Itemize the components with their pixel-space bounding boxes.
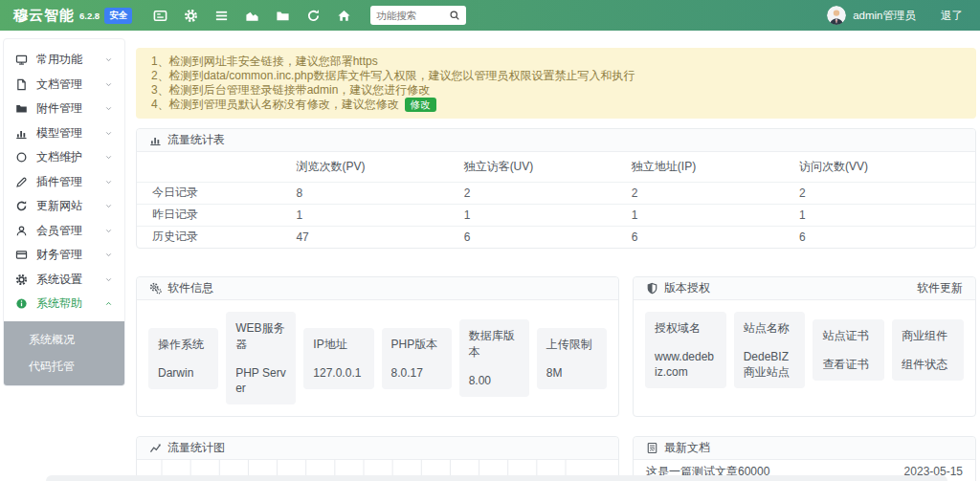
- chevron-up-icon: [104, 299, 113, 308]
- chart-line-icon: [149, 442, 162, 454]
- sidebar-item-system-help[interactable]: 系统帮助: [4, 292, 124, 317]
- software-info-panel: 软件信息 操作系统 Darwin WEB服务器 PHP Server IP地址 …: [136, 276, 619, 417]
- chevron-down-icon: [104, 55, 113, 64]
- menu-icon[interactable]: [214, 9, 229, 23]
- sidebar-item-document-maintenance[interactable]: 文档维护: [4, 145, 124, 170]
- sidebar-item-member-management[interactable]: 会员管理: [4, 219, 124, 244]
- footer-strip: [46, 475, 947, 481]
- notice-line: 3、检测到后台管理登录链接带admin，建议您进行修改: [151, 83, 961, 98]
- chevron-down-icon: [104, 202, 113, 210]
- logout-link[interactable]: 退了: [941, 9, 963, 23]
- view-cert-link[interactable]: 查看证书: [822, 357, 875, 372]
- sidebar-item-system-settings[interactable]: 系统设置: [4, 268, 124, 293]
- info-row: 软件信息 操作系统 Darwin WEB服务器 PHP Server IP地址 …: [136, 267, 976, 417]
- sidebar-item-document-management[interactable]: 文档管理: [4, 73, 124, 98]
- info-card-upload-limit: 上传限制 8M: [537, 328, 607, 389]
- modules-icon[interactable]: [153, 9, 167, 23]
- function-search: [370, 6, 466, 25]
- license-card-site-name: 站点名称 DedeBIZ商业站点: [734, 312, 806, 388]
- file-icon: [15, 78, 28, 91]
- search-input[interactable]: [376, 10, 449, 21]
- row-label: 昨日记录: [137, 204, 296, 226]
- cell-value: 2: [799, 182, 975, 204]
- main-content: 1、检测到网址非安全链接，建议您部署https 2、检测到data/common…: [136, 38, 976, 481]
- chart-area-icon[interactable]: [245, 9, 259, 23]
- card-value: 8M: [546, 365, 597, 381]
- software-update-link[interactable]: 软件更新: [917, 280, 963, 296]
- card-label: 站点证书: [822, 328, 875, 344]
- info-card-web-server: WEB服务器 PHP Server: [226, 312, 296, 404]
- sidebar-item-update-site[interactable]: 更新网站: [4, 194, 124, 219]
- credit-card-icon: [15, 249, 28, 261]
- chevron-down-icon: [104, 251, 113, 259]
- sidebar-item-label: 更新网站: [36, 198, 104, 214]
- home-icon[interactable]: [337, 9, 351, 23]
- card-label: WEB服务器: [235, 320, 286, 353]
- submenu-item-code-hosting[interactable]: 代码托管: [4, 353, 124, 380]
- sidebar-item-label: 模型管理: [36, 125, 104, 142]
- cell-value: 2: [632, 182, 799, 204]
- system-help-submenu: 系统概况 代码托管: [4, 321, 124, 385]
- panel-header: 版本授权 软件更新: [634, 277, 975, 300]
- refresh-icon: [15, 200, 28, 212]
- chevron-down-icon: [104, 153, 113, 162]
- table-header-cell: [137, 152, 296, 182]
- sidebar-item-model-management[interactable]: 模型管理: [4, 121, 124, 146]
- avatar[interactable]: [827, 6, 846, 25]
- license-card-domain: 授权域名 www.dedebiz.com: [645, 312, 726, 388]
- panel-title: 最新文档: [664, 440, 710, 456]
- sidebar-item-label: 插件管理: [36, 174, 104, 190]
- sidebar-item-plugin-management[interactable]: 插件管理: [4, 170, 124, 195]
- card-label: IP地址: [313, 337, 364, 353]
- bottom-row: 流量统计图 2520 最新文档 这是一篇测试文章60000 2023-05-15…: [136, 426, 976, 481]
- card-value: 127.0.0.1: [313, 365, 364, 381]
- latest-docs-panel: 最新文档 这是一篇测试文章60000 2023-05-15 这是一篇测试文章59…: [633, 436, 976, 481]
- card-label: 操作系统: [158, 337, 209, 353]
- card-value: 8.0.17: [391, 365, 442, 381]
- panel-header: 流量统计图: [137, 437, 618, 460]
- card-value: 8.00: [469, 373, 520, 388]
- gear-icon[interactable]: [184, 9, 198, 23]
- app-version: 6.2.8: [79, 11, 100, 21]
- table-header-cell: 访问次数(VV): [799, 152, 975, 182]
- card-value: www.dedebiz.com: [655, 349, 717, 380]
- security-notice: 1、检测到网址非安全链接，建议您部署https 2、检测到data/common…: [136, 48, 976, 119]
- license-cards: 授权域名 www.dedebiz.com 站点名称 DedeBIZ商业站点 站点…: [634, 300, 975, 400]
- row-label: 历史记录: [137, 226, 296, 248]
- header-nav: [153, 9, 351, 23]
- chevron-down-icon: [104, 275, 113, 284]
- component-status-link[interactable]: 组件状态: [902, 357, 954, 372]
- row-label: 今日记录: [137, 182, 296, 204]
- sidebar-item-common-functions[interactable]: 常用功能: [4, 48, 124, 73]
- table-row: 历史记录 47 6 6 6: [137, 226, 975, 248]
- gears-icon: [149, 282, 162, 295]
- sidebar-item-finance-management[interactable]: 财务管理: [4, 243, 124, 268]
- sidebar-item-label: 文档维护: [36, 149, 104, 165]
- shield-icon: [646, 282, 658, 295]
- user-name[interactable]: admin管理员: [853, 9, 916, 23]
- modify-button[interactable]: 修改: [405, 98, 436, 112]
- table-header-row: 浏览次数(PV) 独立访客(UV) 独立地址(IP) 访问次数(VV): [137, 152, 975, 182]
- chevron-down-icon: [104, 129, 113, 138]
- card-label: 站点名称: [744, 320, 796, 337]
- notice-line: 4、检测到管理员默认名称没有修改，建议您修改修改: [151, 98, 961, 112]
- app-logo: 穆云智能: [13, 7, 75, 25]
- refresh-icon[interactable]: [306, 9, 321, 23]
- cell-value: 1: [799, 204, 975, 226]
- cell-value: 1: [632, 204, 799, 226]
- user-icon: [15, 225, 28, 237]
- card-value: Darwin: [158, 365, 209, 381]
- sidebar-item-attachment-management[interactable]: 附件管理: [4, 97, 124, 121]
- search-icon[interactable]: [449, 10, 460, 21]
- card-label: 授权域名: [655, 320, 717, 337]
- doc-icon: [646, 442, 658, 454]
- folder-icon[interactable]: [276, 9, 290, 23]
- info-icon: [15, 297, 28, 310]
- info-card-php-version: PHP版本 8.0.17: [382, 328, 452, 389]
- info-card-ip: IP地址 127.0.0.1: [303, 328, 373, 389]
- cell-value: 6: [632, 226, 799, 248]
- cell-value: 6: [799, 226, 975, 248]
- panel-header: 最新文档: [634, 437, 975, 460]
- submenu-item-system-overview[interactable]: 系统概况: [4, 326, 124, 353]
- chevron-down-icon: [104, 178, 113, 186]
